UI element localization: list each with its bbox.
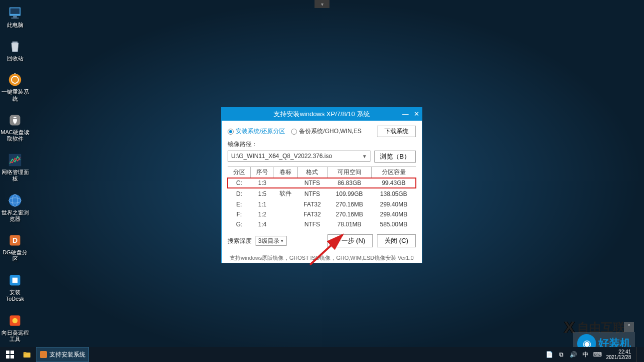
icon-label: 此电脑 [7, 22, 23, 28]
svg-rect-4 [12, 42, 18, 43]
path-value: U:\G_WIN11_X64_Q8_V2022.376.iso [231, 153, 332, 160]
reinstall-icon [7, 72, 23, 88]
col-volume: 卷标 [274, 167, 298, 178]
desktop-icons: 此电脑回收站一键重装系统MAC硬盘读取软件网络管理面板世界之窗浏览器DDG硬盘分… [0, 5, 30, 353]
svg-text:D: D [12, 236, 17, 244]
radio-icon [291, 129, 297, 135]
radio-icon [228, 129, 234, 135]
theworld-browser[interactable]: 世界之窗浏览器 [0, 192, 29, 222]
this-pc-icon [7, 5, 23, 21]
todesk-icon [7, 272, 23, 288]
reinstall[interactable]: 一键重装系统 [0, 72, 29, 102]
diskgenius[interactable]: DDG硬盘分区 [0, 232, 29, 262]
icon-label: 回收站 [7, 55, 23, 62]
watermark-x-icon: X [564, 318, 574, 337]
sunlogin-icon [7, 313, 23, 329]
diskgenius-icon: D [7, 232, 23, 248]
svg-rect-19 [6, 351, 9, 354]
backup-radio[interactable]: 备份系统/GHO,WIN,ES [291, 127, 361, 136]
icon-label: 世界之窗浏览器 [0, 209, 29, 222]
next-button[interactable]: 下一步 (N) [327, 234, 373, 247]
todesk[interactable]: 安装ToDesk [0, 272, 29, 302]
network-icon[interactable]: ⧉ [558, 351, 565, 358]
svg-rect-1 [10, 8, 20, 14]
search-depth-select[interactable]: 3级目录 ▼ [256, 236, 287, 246]
dialog-footer: 支持windows原版镜像，GHOST ISO镜像，GHO,WIM,ESD镜像安… [222, 251, 422, 263]
ime-icon[interactable]: 中 [582, 351, 589, 358]
network-panel-icon [7, 152, 23, 168]
mac-disk[interactable]: MAC硬盘读取软件 [0, 112, 29, 142]
search-depth-label: 搜索深度 [228, 237, 252, 245]
svg-point-5 [9, 74, 21, 86]
browse-button[interactable]: 浏览（B） [374, 151, 416, 163]
icon-label: 安装ToDesk [0, 289, 29, 302]
installer-taskbar-item[interactable]: 支持安装系统 [36, 347, 89, 362]
close-button[interactable]: 关闭 (C) [377, 234, 416, 247]
mac-disk-icon [7, 112, 23, 128]
volume-icon[interactable]: 🔊 [570, 351, 577, 358]
show-desktop-button[interactable] [636, 347, 640, 362]
svg-rect-15 [12, 278, 18, 283]
taskbar: 支持安装系统 ˄ 📄 ⧉ 🔊 中 ⌨ 22:41 2021/12/28 [0, 347, 644, 362]
col-free: 可用空间 [327, 167, 371, 178]
svg-rect-8 [9, 154, 21, 167]
table-row[interactable]: F:1:2FAT32270.16MB299.40MB [228, 209, 416, 219]
recycle-bin[interactable]: 回收站 [0, 38, 29, 62]
folder-icon [23, 351, 31, 359]
dropdown-arrow-icon: ▼ [362, 154, 367, 159]
system-tray: ˄ 📄 ⧉ 🔊 中 ⌨ 22:41 2021/12/28 [546, 347, 644, 362]
tray-app-icon[interactable]: 📄 [546, 351, 553, 358]
app-icon [39, 351, 47, 359]
svg-rect-24 [23, 352, 26, 354]
table-row[interactable]: E:1:1FAT32270.16MB299.40MB [228, 199, 416, 209]
table-row[interactable]: G:1:4NTFS78.01MB585.00MB [228, 219, 416, 229]
col-number: 序号 [251, 167, 274, 178]
svg-rect-20 [10, 351, 14, 354]
keyboard-icon[interactable]: ⌨ [594, 351, 601, 358]
icon-label: 向日葵远程工具 [0, 330, 29, 343]
table-row[interactable]: D:1:5软件NTFS109.99GB138.05GB [228, 188, 416, 199]
download-system-button[interactable]: 下载系统 [377, 126, 416, 137]
show-hidden-icons-button[interactable]: ˄ [624, 322, 634, 332]
windows-logo-icon [6, 351, 14, 359]
icon-label: 一键重装系统 [0, 89, 29, 102]
network-panel[interactable]: 网络管理面板 [0, 152, 29, 182]
start-button[interactable] [0, 347, 20, 362]
icon-label: DG硬盘分区 [0, 249, 29, 262]
install-restore-radio[interactable]: 安装系统/还原分区 [228, 127, 285, 136]
dialog-title-text: 支持安装windows XP/7/8/10 系统 [274, 110, 369, 118]
icon-label: MAC硬盘读取软件 [0, 129, 29, 142]
this-pc[interactable]: 此电脑 [0, 5, 29, 28]
svg-rect-21 [6, 355, 9, 359]
clock[interactable]: 22:41 2021/12/28 [606, 349, 631, 360]
svg-rect-22 [10, 355, 14, 359]
col-partition: 分区 [228, 167, 251, 178]
image-path-select[interactable]: U:\G_WIN11_X64_Q8_V2022.376.iso ▼ [228, 151, 370, 162]
sunlogin[interactable]: 向日葵远程工具 [0, 313, 29, 343]
dropdown-arrow-icon: ▼ [280, 239, 284, 243]
col-size: 分区容量 [371, 167, 416, 178]
svg-point-9 [9, 194, 21, 206]
col-format: 格式 [297, 167, 327, 178]
recycle-bin-icon [7, 38, 23, 54]
dialog-titlebar[interactable]: 支持安装windows XP/7/8/10 系统 — ✕ [222, 108, 422, 121]
svg-rect-25 [40, 351, 47, 358]
installer-dialog: 支持安装windows XP/7/8/10 系统 — ✕ 安装系统/还原分区 备… [221, 107, 422, 263]
svg-rect-2 [13, 16, 17, 18]
svg-point-17 [12, 318, 18, 323]
image-path-label: 镜像路径： [228, 140, 416, 149]
top-notch[interactable] [315, 0, 329, 8]
theworld-browser-icon [7, 192, 23, 208]
icon-label: 网络管理面板 [0, 169, 29, 182]
file-explorer-taskbar[interactable] [20, 347, 36, 362]
close-button[interactable]: ✕ [413, 108, 420, 121]
table-header-row: 分区 序号 卷标 格式 可用空间 分区容量 [228, 167, 416, 178]
minimize-button[interactable]: — [402, 108, 409, 121]
partition-table: 分区 序号 卷标 格式 可用空间 分区容量 C:1:3NTFS86.83GB99… [228, 167, 416, 229]
table-row[interactable]: C:1:3NTFS86.83GB99.43GB [228, 178, 416, 188]
svg-rect-3 [11, 17, 19, 18]
